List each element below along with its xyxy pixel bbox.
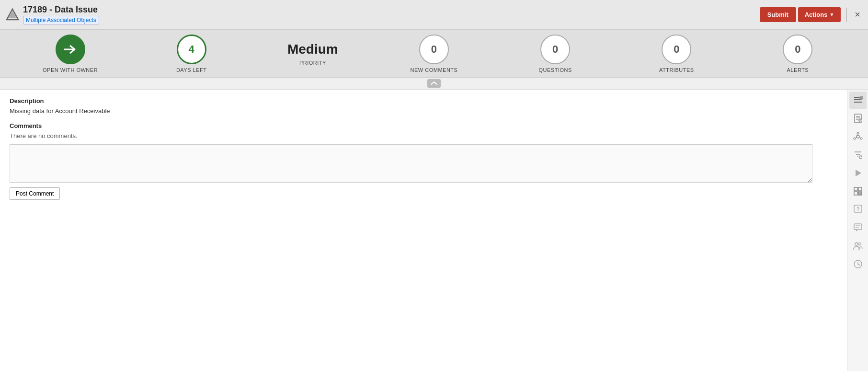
description-label: Description: [10, 97, 837, 104]
filter-icon[interactable]: [849, 146, 867, 163]
comment-textarea[interactable]: [10, 144, 812, 183]
question-icon[interactable]: ?: [849, 201, 867, 218]
document-lines-icon[interactable]: ⚙: [849, 110, 867, 127]
status-item-alerts: 0 ALERTS: [737, 35, 858, 73]
page-title: 17189 - Data Issue: [23, 5, 760, 15]
svg-line-40: [858, 264, 860, 265]
status-item-questions: 0 QUESTIONS: [495, 35, 616, 73]
chat-icon[interactable]: [849, 219, 867, 236]
actions-button[interactable]: Actions ▼: [798, 7, 841, 22]
collapse-button[interactable]: [427, 79, 441, 88]
days-left-circle: 4: [177, 35, 206, 64]
days-left-label: DAYS LEFT: [176, 67, 207, 73]
right-sidebar: ⚙: [847, 90, 868, 371]
svg-rect-28: [858, 187, 862, 191]
list-icon[interactable]: [849, 92, 867, 109]
svg-point-16: [854, 138, 856, 139]
grid-icon[interactable]: [849, 183, 867, 200]
title-group: 17189 - Data Issue Multiple Associated O…: [23, 5, 760, 24]
svg-rect-30: [858, 192, 862, 195]
status-item-priority: Medium PRIORITY: [252, 42, 373, 66]
comments-section: Comments There are no comments. Post Com…: [10, 122, 837, 200]
status-item-new-comments: 0 NEW COMMENTS: [373, 35, 494, 73]
submit-button[interactable]: Submit: [760, 7, 796, 22]
alerts-circle: 0: [783, 35, 812, 64]
questions-label: QUESTIONS: [538, 67, 571, 73]
svg-text:⚙: ⚙: [859, 119, 862, 122]
content-area: Description Missing data for Account Rec…: [0, 90, 847, 371]
header-actions: Submit Actions ▼ ×: [760, 7, 862, 22]
description-text: Missing data for Account Receivable: [10, 107, 837, 115]
svg-marker-26: [856, 170, 861, 176]
actions-caret-icon: ▼: [829, 12, 834, 17]
subtitle-link[interactable]: Multiple Associated Objects: [23, 16, 99, 24]
status-item-attributes: 0 ATTRIBUTES: [616, 35, 737, 73]
play-icon[interactable]: [849, 164, 867, 182]
app-logo: [6, 8, 19, 22]
post-comment-button[interactable]: Post Comment: [10, 187, 60, 200]
comments-label: Comments: [10, 122, 837, 129]
attributes-label: ATTRIBUTES: [659, 67, 694, 73]
no-comments-text: There are no comments.: [10, 132, 837, 139]
questions-circle: 0: [540, 35, 570, 64]
svg-point-14: [857, 132, 859, 134]
svg-text:?: ?: [857, 206, 860, 212]
svg-point-15: [860, 138, 862, 139]
priority-value: Medium: [287, 42, 338, 57]
svg-rect-29: [854, 192, 857, 195]
svg-point-6: [859, 96, 863, 100]
svg-line-18: [859, 138, 860, 138]
svg-rect-27: [854, 187, 857, 191]
status-item-open-with-owner: OPEN WITH OWNER: [10, 35, 131, 73]
svg-point-13: [857, 135, 859, 138]
people-icon[interactable]: [849, 237, 867, 255]
svg-rect-5: [854, 102, 862, 103]
priority-label: PRIORITY: [299, 60, 326, 66]
new-comments-label: NEW COMMENTS: [411, 67, 458, 73]
close-button[interactable]: ×: [853, 7, 862, 22]
svg-point-37: [858, 243, 861, 245]
new-comments-circle: 0: [419, 35, 449, 64]
svg-line-19: [856, 138, 857, 138]
svg-rect-33: [854, 224, 862, 230]
status-bar: OPEN WITH OWNER 4 DAYS LEFT Medium PRIOR…: [0, 30, 868, 78]
svg-point-36: [855, 243, 858, 245]
header-divider: [846, 8, 847, 22]
header: 17189 - Data Issue Multiple Associated O…: [0, 0, 868, 30]
status-item-days-left: 4 DAYS LEFT: [131, 35, 252, 73]
main-container: Description Missing data for Account Rec…: [0, 90, 868, 371]
attributes-circle: 0: [662, 35, 691, 64]
open-with-owner-label: OPEN WITH OWNER: [43, 67, 98, 73]
network-icon[interactable]: [849, 128, 867, 145]
collapse-bar[interactable]: [0, 78, 868, 90]
open-with-owner-circle: [56, 35, 85, 64]
clock-icon[interactable]: [849, 255, 867, 273]
alerts-label: ALERTS: [787, 67, 809, 73]
